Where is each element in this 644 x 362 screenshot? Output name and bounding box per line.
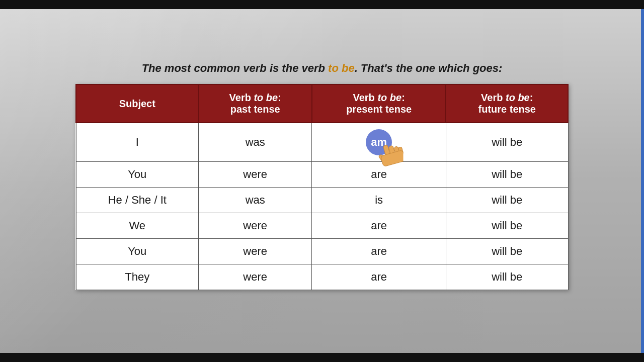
header-present-line1: Verb to be: xyxy=(353,92,405,103)
intro-paragraph: The most common verb is the verb to be. … xyxy=(142,62,503,75)
cell-past-2: was xyxy=(199,188,312,213)
top-bar xyxy=(0,0,644,9)
header-future-line1: Verb to be: xyxy=(481,92,533,103)
cell-subject-1: You xyxy=(76,162,199,188)
right-accent-bar xyxy=(641,9,644,353)
header-past-line2: past tense xyxy=(230,104,280,115)
cell-subject-4: You xyxy=(76,239,199,264)
intro-suffix: . That's the one which goes: xyxy=(355,62,503,74)
cell-subject-2: He / She / It xyxy=(76,188,199,213)
cell-past-0: was xyxy=(199,123,312,162)
header-past: Verb to be: past tense xyxy=(199,84,312,123)
cell-future-5: will be xyxy=(446,264,568,290)
table-header-row: Subject Verb to be: past tense Verb to b… xyxy=(76,84,568,123)
cell-past-5: were xyxy=(199,264,312,290)
verb-table: Subject Verb to be: past tense Verb to b… xyxy=(75,84,569,290)
cell-future-1: will be xyxy=(446,162,568,188)
header-subject: Subject xyxy=(76,84,199,123)
cell-future-2: will be xyxy=(446,188,568,213)
table-row: He / She / Itwasiswill be xyxy=(76,188,568,213)
cell-present-2: is xyxy=(312,188,446,213)
header-present-line2: present tense xyxy=(346,104,412,115)
table-row: Theywerearewill be xyxy=(76,264,568,290)
cell-subject-3: We xyxy=(76,213,199,239)
cell-past-1: were xyxy=(199,162,312,188)
cell-subject-0: I xyxy=(76,123,199,162)
header-future: Verb to be: future tense xyxy=(446,84,568,123)
cell-past-4: were xyxy=(199,239,312,264)
table-row: Youwerearewill be xyxy=(76,162,568,188)
content-wrapper: The most common verb is the verb to be. … xyxy=(75,62,569,290)
to-be-text: to be xyxy=(328,62,355,74)
cursor-hand-icon xyxy=(376,143,404,175)
header-future-line2: future tense xyxy=(478,104,536,115)
header-past-line1: Verb to be: xyxy=(229,92,281,103)
bottom-bar xyxy=(0,353,644,362)
cell-past-3: were xyxy=(199,213,312,239)
cell-present-0: am xyxy=(312,123,446,162)
cell-present-4: are xyxy=(312,239,446,264)
header-present: Verb to be: present tense xyxy=(312,84,446,123)
cell-present-3: are xyxy=(312,213,446,239)
table-row: Wewerearewill be xyxy=(76,213,568,239)
table-row: Iwasam will be xyxy=(76,123,568,162)
intro-prefix: The most common verb is the verb xyxy=(142,62,328,74)
cell-present-5: are xyxy=(312,264,446,290)
table-row: Youwerearewill be xyxy=(76,239,568,264)
cell-future-3: will be xyxy=(446,213,568,239)
header-subject-label: Subject xyxy=(119,98,155,109)
cell-future-0: will be xyxy=(446,123,568,162)
cell-future-4: will be xyxy=(446,239,568,264)
cell-subject-5: They xyxy=(76,264,199,290)
